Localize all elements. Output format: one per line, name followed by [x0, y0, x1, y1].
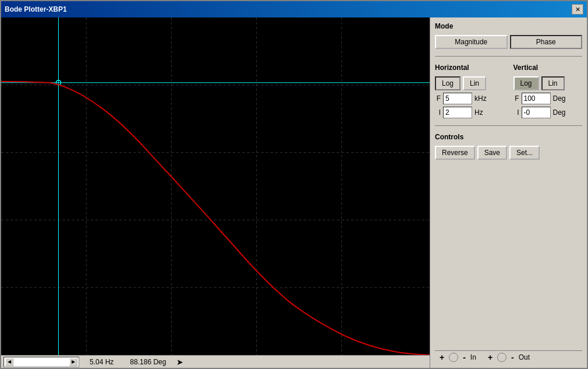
zoom-out-minus[interactable]: -	[511, 353, 514, 362]
window-title: Bode Plotter-XBP1	[5, 5, 67, 13]
reverse-button[interactable]: Reverse	[435, 146, 475, 160]
horizontal-lin-button[interactable]: Lin	[463, 76, 486, 90]
svg-rect-0	[1, 17, 430, 355]
divider-2	[435, 125, 582, 126]
plot-area	[1, 17, 430, 355]
horizontal-section: Horizontal Log Lin F kHz I Hz	[435, 64, 504, 118]
horizontal-log-button[interactable]: Log	[435, 76, 461, 90]
zoom-in-minus[interactable]: -	[463, 353, 466, 362]
set-button[interactable]: Set...	[509, 146, 540, 160]
scroll-left-arrow[interactable]: ◀	[5, 358, 13, 366]
scroll-track[interactable]: ◀ ▶	[3, 357, 79, 367]
vertical-i-label: I	[513, 108, 519, 117]
horizontal-f-row: F kHz	[435, 93, 504, 104]
in-label: In	[470, 353, 476, 361]
main-window: Bode Plotter-XBP1 ✕	[0, 0, 588, 369]
content-area: ◀ ▶ 5.04 Hz 88.186 Deg ➤ Mode Magnitude …	[1, 17, 587, 368]
zoom-out-plus[interactable]: +	[488, 353, 493, 362]
mode-label: Mode	[435, 22, 582, 30]
vertical-log-button[interactable]: Log	[513, 76, 539, 90]
title-bar: Bode Plotter-XBP1 ✕	[1, 1, 587, 17]
horizontal-f-unit: kHz	[474, 94, 491, 103]
vertical-f-input[interactable]	[522, 93, 551, 104]
vertical-f-row: F Deg	[513, 93, 583, 104]
horizontal-f-label: F	[435, 94, 441, 103]
nav-right-arrow[interactable]: ➤	[176, 357, 183, 367]
vertical-i-unit: Deg	[553, 108, 569, 117]
right-panel: Mode Magnitude Phase Horizontal Log Lin	[430, 17, 587, 368]
controls-section: Controls Reverse Save Set...	[435, 133, 582, 160]
vertical-section: Vertical Log Lin F Deg I Deg	[513, 64, 583, 118]
hz-vt-row: Horizontal Log Lin F kHz I Hz	[435, 64, 582, 118]
controls-label: Controls	[435, 133, 582, 141]
phase-status: 88.186 Deg	[130, 358, 166, 366]
divider-1	[435, 56, 582, 57]
plot-status-bar: ◀ ▶ 5.04 Hz 88.186 Deg ➤	[1, 355, 430, 368]
horizontal-label: Horizontal	[435, 64, 504, 72]
magnitude-button[interactable]: Magnitude	[435, 35, 508, 49]
vertical-f-unit: Deg	[553, 94, 569, 103]
horizontal-i-row: I Hz	[435, 107, 504, 118]
horizontal-i-label: I	[435, 108, 441, 117]
horizontal-i-input[interactable]	[443, 107, 472, 118]
zoom-out-circle[interactable]	[497, 353, 506, 362]
close-button[interactable]: ✕	[572, 4, 583, 15]
horizontal-f-input[interactable]	[443, 93, 472, 104]
freq-status: 5.04 Hz	[90, 358, 114, 366]
zoom-in-circle[interactable]	[449, 353, 458, 362]
vertical-log-lin: Log Lin	[513, 76, 583, 90]
vertical-label: Vertical	[513, 64, 583, 72]
vertical-lin-button[interactable]: Lin	[541, 76, 565, 90]
mode-section: Mode Magnitude Phase	[435, 22, 582, 49]
horizontal-log-lin: Log Lin	[435, 76, 504, 90]
out-label: Out	[519, 353, 530, 361]
mode-buttons: Magnitude Phase	[435, 35, 582, 49]
controls-buttons: Reverse Save Set...	[435, 146, 582, 160]
scroll-right-arrow[interactable]: ▶	[69, 358, 77, 366]
vertical-i-row: I Deg	[513, 107, 583, 118]
horizontal-i-unit: Hz	[474, 108, 491, 117]
vertical-f-label: F	[513, 94, 519, 103]
vertical-i-input[interactable]	[522, 107, 551, 118]
save-button[interactable]: Save	[477, 146, 507, 160]
phase-button[interactable]: Phase	[510, 35, 583, 49]
plot-svg	[1, 17, 430, 355]
bottom-nav: + - In + - Out	[435, 350, 582, 363]
plot-container: ◀ ▶ 5.04 Hz 88.186 Deg ➤	[1, 17, 430, 368]
zoom-in-plus[interactable]: +	[440, 353, 444, 362]
